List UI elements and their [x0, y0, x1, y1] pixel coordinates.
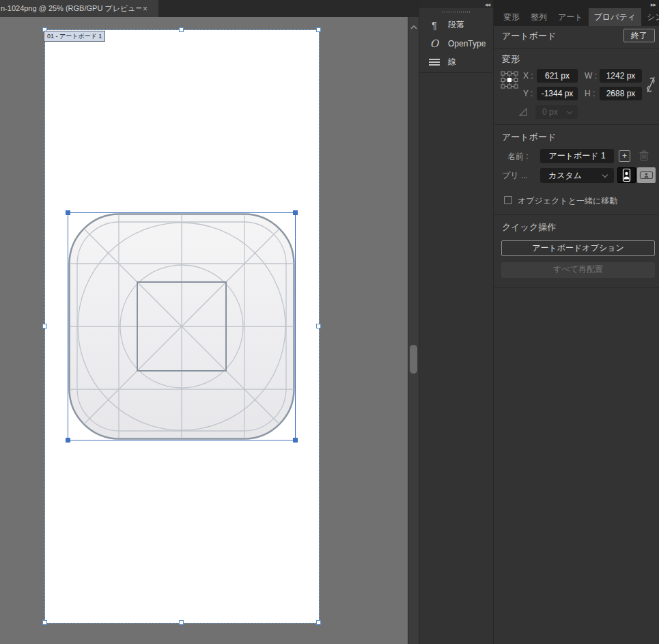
- artboard-options-button[interactable]: アートボードオプション: [501, 240, 655, 256]
- artboard-handle[interactable]: [316, 324, 321, 328]
- paragraph-icon: ¶: [427, 20, 441, 31]
- exit-button[interactable]: 終了: [623, 29, 655, 42]
- selection-handle[interactable]: [66, 438, 70, 443]
- transform-section-title: 変形: [502, 53, 520, 66]
- collapse-dock-icon[interactable]: ▶▶: [651, 2, 656, 7]
- tab-properties[interactable]: プロパティ: [589, 8, 641, 26]
- x-label: X :: [523, 71, 533, 81]
- name-label: 名前 :: [507, 151, 529, 163]
- divider: [494, 124, 659, 125]
- reference-point-locator[interactable]: [501, 71, 518, 92]
- tab-transform[interactable]: 変形: [498, 8, 525, 26]
- icon-grid-artwork[interactable]: [68, 213, 295, 440]
- panel-tabs: 変形 整列 アート プロパティ シンボ: [494, 8, 659, 26]
- artboard-section-title: アートボード: [502, 131, 556, 143]
- unlink-proportions-icon[interactable]: [645, 75, 656, 97]
- panel-dock: ◀◀ ¶ 段落 O OpenType 線: [419, 0, 493, 644]
- artboard-handle[interactable]: [179, 27, 184, 32]
- document-tab-title: n-1024png @ 25% (RGB/GPU プレビュー): [1, 3, 141, 14]
- selection-handle[interactable]: [293, 438, 298, 443]
- quick-actions-title: クイック操作: [502, 221, 556, 234]
- properties-panel: ▶▶ 変形 整列 アート プロパティ シンボ アートボード 終了 変形: [493, 0, 659, 644]
- y-label: Y :: [523, 89, 533, 98]
- stroke-icon: [429, 57, 440, 67]
- tab-align[interactable]: 整列: [525, 8, 552, 26]
- artboard-handle[interactable]: [42, 324, 47, 328]
- w-input[interactable]: 1242 px: [600, 69, 642, 83]
- preset-label: プリ ...: [502, 170, 528, 182]
- artboard-name-tag[interactable]: 01 - アートボード 1: [44, 31, 105, 42]
- tab-symbols[interactable]: シンボ: [641, 8, 659, 26]
- selection-handle[interactable]: [293, 210, 298, 215]
- close-icon[interactable]: ×: [143, 4, 148, 14]
- divider: [494, 214, 659, 215]
- artboard-handle[interactable]: [179, 620, 184, 625]
- angle-icon: [518, 107, 528, 120]
- divider: [419, 72, 494, 73]
- x-input[interactable]: 621 px: [537, 69, 578, 83]
- opentype-icon: O: [427, 38, 441, 50]
- scroll-up-icon[interactable]: [410, 20, 417, 33]
- h-label: H :: [585, 89, 595, 98]
- landscape-orientation-button[interactable]: [637, 167, 656, 183]
- collapse-panels-icon[interactable]: ◀◀: [485, 2, 490, 7]
- panel-title: アートボード: [502, 30, 556, 42]
- portrait-orientation-button[interactable]: [617, 167, 636, 183]
- artboard-handle[interactable]: [316, 27, 321, 32]
- dock-drag-handle[interactable]: [443, 11, 470, 13]
- y-input[interactable]: -1344 px: [537, 87, 578, 100]
- scrollbar-thumb[interactable]: [410, 345, 417, 374]
- dock-item-label: OpenType: [448, 39, 486, 48]
- icon-grid-svg: [68, 213, 295, 440]
- vertical-scrollbar[interactable]: [408, 17, 419, 644]
- dock-header: ◀◀: [419, 0, 493, 8]
- new-artboard-button[interactable]: +: [619, 150, 630, 162]
- artboard-handle[interactable]: [42, 620, 47, 625]
- divider: [494, 287, 659, 288]
- w-label: W :: [585, 71, 597, 81]
- rearrange-all-button: すべて再配置: [501, 262, 655, 278]
- tab-artboards[interactable]: アート: [552, 8, 589, 26]
- selection-handle[interactable]: [66, 210, 70, 215]
- dock-item-stroke[interactable]: 線: [419, 53, 494, 71]
- illustrator-window: n-1024png @ 25% (RGB/GPU プレビュー) ×: [0, 0, 659, 644]
- move-with-artwork-label: オブジェクトと一緒に移動: [518, 195, 617, 207]
- artboard-name-input[interactable]: アートボード 1: [540, 149, 614, 163]
- document-tabbar: n-1024png @ 25% (RGB/GPU プレビュー) ×: [0, 0, 419, 17]
- properties-content: アートボード 終了 変形 X : 621 px W : 1242 px Y :: [494, 26, 659, 644]
- artboard-handle[interactable]: [316, 620, 321, 625]
- delete-artboard-icon[interactable]: [639, 150, 649, 165]
- dock-item-opentype[interactable]: O OpenType: [419, 34, 494, 53]
- canvas[interactable]: 01 - アートボード 1: [0, 17, 408, 644]
- dock-item-label: 段落: [448, 19, 464, 31]
- divider: [494, 48, 659, 48]
- panel-top-strip: ▶▶: [494, 0, 659, 8]
- document-tab[interactable]: n-1024png @ 25% (RGB/GPU プレビュー) ×: [0, 0, 158, 17]
- dock-item-label: 線: [448, 56, 456, 68]
- h-input[interactable]: 2688 px: [600, 87, 642, 100]
- move-with-artwork-checkbox[interactable]: [504, 196, 512, 204]
- dock-item-paragraph[interactable]: ¶ 段落: [419, 16, 494, 34]
